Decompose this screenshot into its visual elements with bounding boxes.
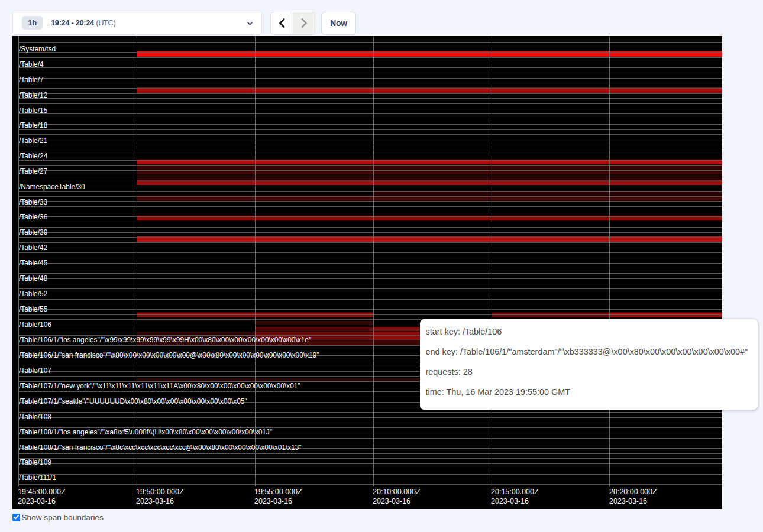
svg-text:20:10:00.000Z: 20:10:00.000Z [373,488,421,496]
svg-text:/Table/33: /Table/33 [19,198,48,206]
svg-text:/Table/111/1: /Table/111/1 [19,473,56,482]
svg-text:/Table/107/1/"new york"/"\x11\: /Table/107/1/"new york"/"\x11\x11\x11\x1… [19,382,300,390]
svg-text:/System/tsd: /System/tsd [19,45,56,53]
svg-text:2023-03-16: 2023-03-16 [491,497,529,505]
svg-text:2023-03-16: 2023-03-16 [18,497,56,505]
svg-text:/Table/106/1/"los angeles"/"\x: /Table/106/1/"los angeles"/"\x99\x99\x99… [19,336,311,344]
svg-text:/Table/7: /Table/7 [19,76,44,84]
svg-text:19:50:00.000Z: 19:50:00.000Z [136,488,184,496]
svg-text:/Table/39: /Table/39 [19,228,48,236]
svg-text:/Table/107/1/"seattle"/"UUUUUU: /Table/107/1/"seattle"/"UUUUUUD\x00\x80\… [19,397,247,406]
svg-text:/Table/12: /Table/12 [19,91,48,99]
svg-text:/Table/36: /Table/36 [19,213,48,221]
svg-text:19:45:00.000Z: 19:45:00.000Z [18,488,66,496]
svg-text:/Table/108/1/"los angeles"/"\x: /Table/108/1/"los angeles"/"\xa8\xf5\u00… [19,428,272,436]
svg-text:/Table/107: /Table/107 [19,366,51,375]
svg-text:/Table/108/1/"san francisco"/": /Table/108/1/"san francisco"/"\x8c\xcc\x… [19,443,302,452]
svg-text:2023-03-16: 2023-03-16 [373,497,410,505]
svg-text:/Table/106: /Table/106 [19,320,51,329]
svg-text:2023-03-16: 2023-03-16 [254,497,292,505]
svg-text:/Table/15: /Table/15 [19,106,48,115]
svg-text:/Table/4: /Table/4 [19,60,44,69]
svg-text:/Table/109: /Table/109 [19,458,51,466]
svg-text:/Table/42: /Table/42 [19,244,48,252]
svg-text:2023-03-16: 2023-03-16 [609,497,647,505]
svg-text:/Table/45: /Table/45 [19,259,48,267]
svg-text:/Table/24: /Table/24 [19,152,48,160]
svg-text:/Table/18: /Table/18 [19,121,48,129]
svg-text:/Table/106/1/"san francisco"/": /Table/106/1/"san francisco"/"\x80\x00\x… [19,351,319,359]
svg-text:/Table/27: /Table/27 [19,167,48,176]
svg-text:/Table/52: /Table/52 [19,290,48,298]
svg-text:/Table/55: /Table/55 [19,305,48,313]
svg-text:/Table/21: /Table/21 [19,137,48,145]
svg-text:20:15:00.000Z: 20:15:00.000Z [491,488,539,496]
svg-text:20:20:00.000Z: 20:20:00.000Z [609,488,657,496]
svg-text:/Table/48: /Table/48 [19,274,48,283]
svg-text:2023-03-16: 2023-03-16 [136,497,174,505]
svg-text:/NamespaceTable/30: /NamespaceTable/30 [19,183,85,191]
svg-text:19:55:00.000Z: 19:55:00.000Z [254,488,302,496]
svg-text:/Table/108: /Table/108 [19,413,51,421]
